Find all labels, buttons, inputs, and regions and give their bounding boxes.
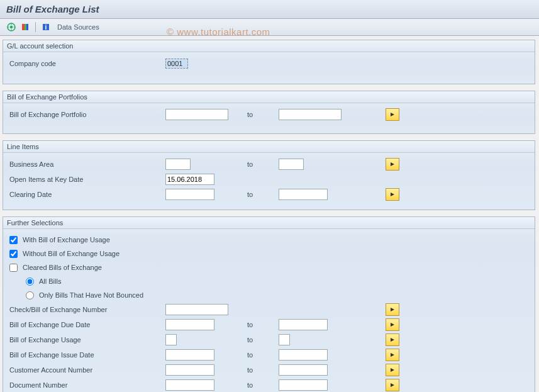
portfolio-from-input[interactable] (165, 109, 228, 120)
all-bills-label: All Bills (39, 277, 61, 285)
not-bounced-radio[interactable] (26, 291, 34, 300)
usage-label: Bill of Exchange Usage (8, 336, 165, 344)
cust-acct-to-label: to (241, 366, 279, 374)
business-area-from-input[interactable] (165, 159, 191, 170)
execute-icon[interactable] (5, 21, 18, 33)
toolbar-separator (35, 22, 36, 32)
cleared-label: Cleared Bills of Exchange (23, 264, 102, 271)
svg-rect-8 (26, 24, 28, 30)
cust-acct-to-input[interactable] (279, 364, 328, 376)
business-area-to-input[interactable] (279, 159, 304, 170)
not-bounced-label: Only Bills That Have Not Bounced (39, 291, 143, 299)
open-items-date-input[interactable] (165, 174, 214, 185)
cleared-checkbox[interactable] (9, 264, 18, 272)
group-header-portfolios: Bill of Exchange Portfolios (3, 91, 535, 103)
group-header-further: Further Selections (3, 217, 535, 229)
svg-text:i: i (45, 24, 47, 31)
variants-icon[interactable] (19, 21, 31, 33)
clearing-date-from-input[interactable] (165, 189, 214, 200)
svg-rect-7 (25, 24, 26, 30)
svg-point-1 (10, 26, 13, 28)
business-area-to-label: to (241, 160, 279, 168)
data-sources-button[interactable]: Data Sources (53, 23, 103, 31)
due-date-from-input[interactable] (165, 319, 214, 330)
doc-number-to-label: to (241, 381, 279, 389)
business-area-label: Business Area (8, 160, 165, 168)
portfolio-to-label: to (241, 111, 279, 118)
company-code-value[interactable]: 0001 (165, 59, 188, 69)
portfolio-multi-button[interactable] (386, 108, 399, 121)
group-line-items: Line Items Business Area to Open Items a… (3, 140, 535, 210)
company-code-label: Company code (8, 60, 165, 67)
usage-from-input[interactable] (165, 334, 177, 345)
check-number-input[interactable] (165, 304, 228, 315)
issue-date-from-input[interactable] (165, 349, 214, 361)
group-portfolios: Bill of Exchange Portfolios Bill of Exch… (3, 91, 535, 134)
portfolio-label: Bill of Exchange Portfolio (8, 111, 165, 118)
issue-date-to-label: to (241, 351, 279, 359)
due-date-multi-button[interactable] (386, 318, 399, 331)
with-usage-checkbox[interactable] (9, 236, 18, 244)
issue-date-to-input[interactable] (279, 349, 328, 361)
doc-number-multi-button[interactable] (386, 379, 399, 391)
clearing-date-multi-button[interactable] (386, 188, 399, 201)
check-number-multi-button[interactable] (386, 303, 399, 316)
title-bar: Bill of Exchange List (0, 0, 539, 19)
clearing-date-label: Clearing Date (8, 191, 165, 198)
usage-to-input[interactable] (279, 334, 290, 345)
with-usage-label: With Bill of Exchange Usage (23, 236, 110, 244)
business-area-multi-button[interactable] (386, 158, 399, 171)
doc-number-label: Document Number (8, 381, 165, 389)
clearing-date-to-input[interactable] (279, 189, 328, 200)
doc-number-from-input[interactable] (165, 379, 214, 391)
usage-to-label: to (241, 336, 279, 344)
group-header-line-items: Line Items (3, 141, 535, 153)
doc-number-to-input[interactable] (279, 379, 328, 391)
issue-date-multi-button[interactable] (386, 349, 399, 361)
group-further-selections: Further Selections With Bill of Exchange… (3, 216, 535, 392)
svg-rect-6 (22, 24, 25, 30)
portfolio-to-input[interactable] (279, 109, 342, 120)
page-title: Bill of Exchange List (6, 4, 533, 14)
usage-multi-button[interactable] (386, 333, 399, 346)
open-items-label: Open Items at Key Date (8, 176, 165, 183)
due-date-to-label: to (241, 321, 279, 328)
toolbar: i Data Sources (0, 19, 539, 36)
without-usage-checkbox[interactable] (9, 250, 18, 258)
due-date-to-input[interactable] (279, 319, 328, 330)
cust-acct-from-input[interactable] (165, 364, 214, 376)
issue-date-label: Bill of Exchange Issue Date (8, 351, 165, 359)
content: G/L account selection Company code 0001 … (0, 36, 539, 392)
group-gl-account: G/L account selection Company code 0001 (3, 40, 535, 84)
cust-acct-multi-button[interactable] (386, 364, 399, 376)
check-number-label: Check/Bill of Exchange Number (8, 306, 165, 313)
clearing-date-to-label: to (241, 191, 279, 198)
due-date-label: Bill of Exchange Due Date (8, 321, 165, 328)
without-usage-label: Without Bill of Exchange Usage (23, 250, 119, 257)
all-bills-radio[interactable] (26, 277, 34, 286)
info-icon[interactable]: i (40, 21, 52, 33)
cust-acct-label: Customer Account Number (8, 366, 165, 374)
group-header-gl: G/L account selection (3, 40, 535, 52)
